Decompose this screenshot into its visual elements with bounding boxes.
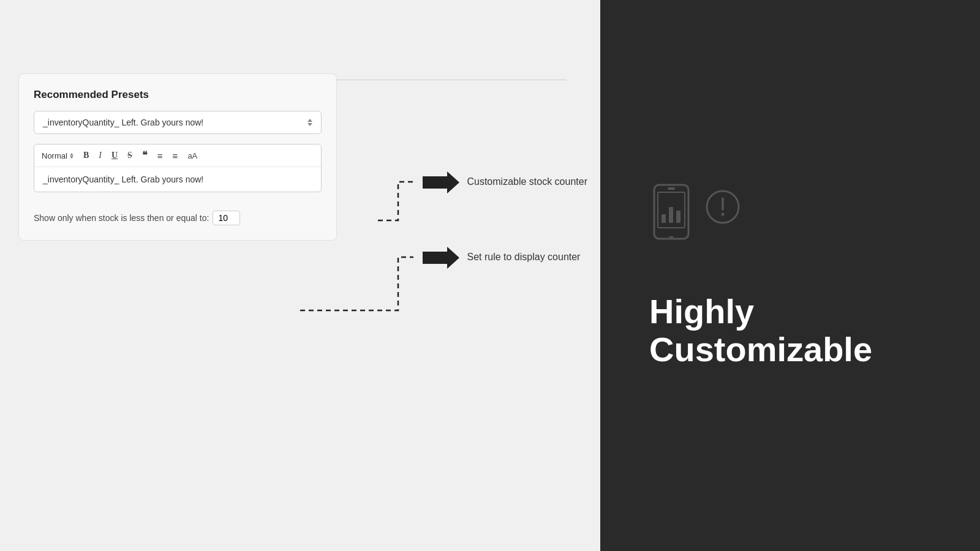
- arrow-2-icon: [423, 247, 459, 269]
- svg-rect-4: [662, 214, 666, 223]
- editor-text: _inventoryQuantity_ Left. Grab yours now…: [43, 174, 203, 184]
- format-selector[interactable]: Normal: [42, 151, 76, 160]
- align-left-button[interactable]: ≡: [155, 150, 165, 162]
- icon-group: [649, 182, 741, 244]
- arrow-1-container: Customizable stock counter: [423, 171, 587, 193]
- quote-button[interactable]: ❝: [140, 149, 150, 162]
- align-center-button[interactable]: ≡: [170, 150, 181, 162]
- presets-card: Recommended Presets _inventoryQuantity_ …: [18, 73, 337, 241]
- dropdown-arrow-icon: [307, 119, 312, 126]
- strikethrough-button[interactable]: S: [125, 150, 135, 161]
- format-selector-arrows: [70, 153, 74, 159]
- svg-marker-0: [423, 171, 459, 193]
- arrow-2-container: Set rule to display counter: [423, 247, 580, 269]
- svg-point-11: [722, 213, 725, 216]
- alert-icon: [704, 189, 741, 225]
- arrow-1-icon: [423, 171, 459, 193]
- phone-chart-icon: [649, 182, 698, 244]
- arrow-1-label: Customizable stock counter: [467, 176, 587, 187]
- card-title: Recommended Presets: [34, 89, 322, 101]
- stock-value-input[interactable]: [213, 211, 240, 225]
- stock-rule-text: Show only when stock is less then or equ…: [34, 213, 209, 223]
- preset-dropdown[interactable]: _inventoryQuantity_ Left. Grab yours now…: [34, 111, 322, 134]
- left-panel: Recommended Presets _inventoryQuantity_ …: [0, 0, 600, 551]
- svg-rect-8: [669, 236, 674, 238]
- headline-line1: Highly: [649, 293, 872, 331]
- svg-rect-7: [668, 187, 675, 190]
- dropdown-value: _inventoryQuantity_ Left. Grab yours now…: [43, 118, 203, 127]
- editor-wrapper: Normal B I U S ❝ ≡ ≡ aA _inventoryQuanti…: [34, 144, 322, 192]
- headline: Highly Customizable: [649, 293, 872, 368]
- editor-content[interactable]: _inventoryQuantity_ Left. Grab yours now…: [34, 167, 321, 192]
- right-panel: Highly Customizable: [600, 0, 980, 551]
- italic-button[interactable]: I: [96, 150, 104, 161]
- svg-marker-1: [423, 247, 459, 269]
- stock-rule: Show only when stock is less then or equ…: [34, 211, 322, 225]
- font-size-button[interactable]: aA: [185, 151, 200, 161]
- arrow-2-label: Set rule to display counter: [467, 252, 580, 262]
- svg-rect-5: [669, 207, 673, 223]
- underline-button[interactable]: U: [109, 150, 120, 161]
- format-label: Normal: [42, 151, 67, 160]
- editor-toolbar: Normal B I U S ❝ ≡ ≡ aA: [34, 144, 321, 167]
- headline-line2: Customizable: [649, 331, 872, 369]
- bold-button[interactable]: B: [81, 150, 91, 161]
- svg-rect-6: [676, 211, 680, 223]
